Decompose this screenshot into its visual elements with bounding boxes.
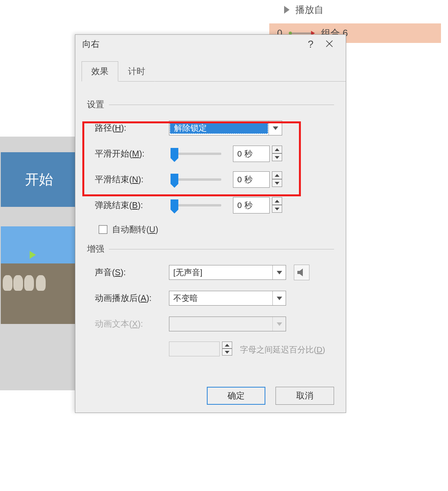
delay-spinner xyxy=(169,342,232,358)
chevron-down-icon xyxy=(277,322,282,326)
dropdown-arrow[interactable] xyxy=(272,291,286,305)
chevron-down-icon xyxy=(277,271,282,274)
animation-pane-item-play-from[interactable]: 播放自 xyxy=(269,0,398,20)
after-animation-value: 不变暗 xyxy=(169,293,272,304)
dialog-title: 向右 xyxy=(82,38,100,50)
group-settings-label: 设置 xyxy=(87,99,334,110)
dialog-titlebar[interactable]: 向右 ? xyxy=(75,35,346,53)
bounce-end-label: 弹跳结束(B): xyxy=(95,199,169,211)
anim-item-label: 播放自 xyxy=(295,4,324,16)
after-animation-row: 动画播放后(A): 不变暗 xyxy=(95,290,334,306)
thumbnail-graphic xyxy=(1,263,77,324)
dropdown-arrow[interactable] xyxy=(272,265,286,279)
spin-up xyxy=(222,342,232,349)
annotation-highlight-box xyxy=(82,121,301,196)
sound-dropdown[interactable]: [无声音] xyxy=(169,265,286,280)
bounce-end-row: 弹跳结束(B): 0 秒 xyxy=(95,197,334,213)
ok-button[interactable]: 确定 xyxy=(207,387,265,405)
play-indicator-icon xyxy=(30,251,36,259)
slide-start-label: 开始 xyxy=(25,170,53,189)
bounce-end-spinner[interactable]: 0 秒 xyxy=(233,197,282,213)
cancel-button[interactable]: 取消 xyxy=(276,387,334,405)
dialog-footer: 确定 取消 xyxy=(207,387,334,405)
after-animation-label: 动画播放后(A): xyxy=(95,292,169,304)
auto-reverse-label: 自动翻转(U) xyxy=(112,224,158,235)
arrow-down-icon xyxy=(225,351,229,354)
animate-text-row: 动画文本(X): xyxy=(95,316,334,332)
slide-thumbnail-image[interactable] xyxy=(1,226,77,324)
sound-row: 声音(S): [无声音] xyxy=(95,264,334,281)
sound-value: [无声音] xyxy=(169,267,272,278)
delay-row: 字母之间延迟百分比(D) xyxy=(169,342,334,358)
animate-text-label: 动画文本(X): xyxy=(95,318,169,330)
sound-label: 声音(S): xyxy=(95,267,169,278)
close-icon xyxy=(325,40,333,48)
after-animation-dropdown[interactable]: 不变暗 xyxy=(169,291,286,306)
checkbox-box[interactable] xyxy=(99,225,107,234)
svg-marker-2 xyxy=(297,269,303,276)
arrow-up-icon xyxy=(225,344,229,347)
effect-options-dialog: 向右 ? 效果 计时 设置 路径(H): 解除锁定 xyxy=(75,34,346,413)
tab-timing[interactable]: 计时 xyxy=(118,61,155,82)
spin-down[interactable] xyxy=(272,205,282,213)
bounce-end-slider[interactable] xyxy=(171,204,221,206)
auto-reverse-checkbox[interactable]: 自动翻转(U) xyxy=(99,224,334,235)
arrow-up-icon xyxy=(275,200,279,203)
tab-effect[interactable]: 效果 xyxy=(82,61,118,82)
spin-down xyxy=(222,349,232,356)
close-button[interactable] xyxy=(320,38,339,50)
speaker-icon xyxy=(297,269,306,276)
help-button[interactable]: ? xyxy=(301,38,320,50)
delay-label: 字母之间延迟百分比(D) xyxy=(240,344,325,355)
app-background: 开始 播放自 0 组合 6 向右 ? 效果 计时 xyxy=(0,0,448,491)
spin-up[interactable] xyxy=(272,197,282,205)
slide-thumbnail-start[interactable]: 开始 xyxy=(1,152,77,207)
delay-value xyxy=(169,342,220,356)
bounce-end-value[interactable]: 0 秒 xyxy=(233,197,270,213)
slider-thumb[interactable] xyxy=(171,199,178,210)
arrow-down-icon xyxy=(275,208,279,210)
motion-path-icon xyxy=(290,33,313,34)
preview-sound-button[interactable] xyxy=(294,265,309,280)
animate-text-dropdown xyxy=(169,317,286,331)
dropdown-arrow xyxy=(272,317,286,331)
play-icon xyxy=(284,6,290,14)
group-enhance-label: 增强 xyxy=(87,243,334,255)
chevron-down-icon xyxy=(277,297,282,300)
tab-strip: 效果 计时 xyxy=(82,61,346,82)
